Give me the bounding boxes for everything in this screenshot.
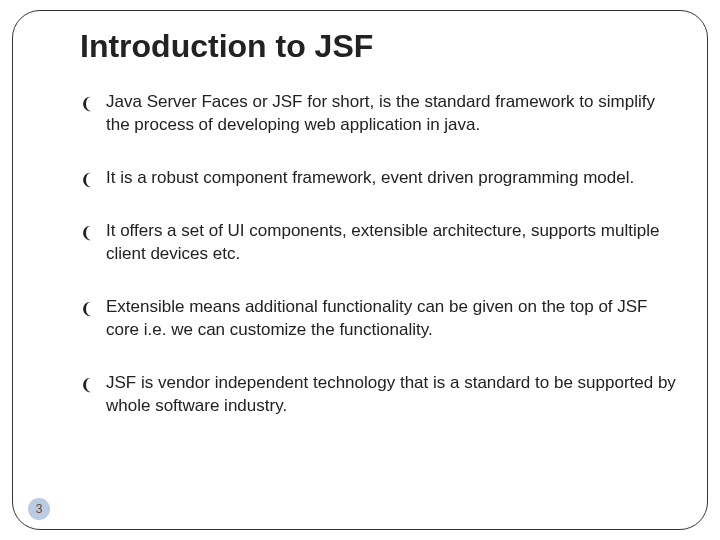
list-item: ❨ Extensible means additional functional…: [80, 296, 680, 342]
bullet-text: It offers a set of UI components, extens…: [106, 221, 659, 263]
bullet-icon: ❨: [80, 169, 93, 191]
page-number-badge: 3: [28, 498, 50, 520]
bullet-text: It is a robust component framework, even…: [106, 168, 634, 187]
bullet-text: JSF is vendor independent technology tha…: [106, 373, 676, 415]
list-item: ❨ Java Server Faces or JSF for short, is…: [80, 91, 680, 137]
bullet-icon: ❨: [80, 222, 93, 244]
list-item: ❨ It is a robust component framework, ev…: [80, 167, 680, 190]
bullet-text: Java Server Faces or JSF for short, is t…: [106, 92, 655, 134]
page-number: 3: [36, 502, 43, 516]
bullet-icon: ❨: [80, 93, 93, 115]
list-item: ❨ JSF is vendor independent technology t…: [80, 372, 680, 418]
bullet-list: ❨ Java Server Faces or JSF for short, is…: [80, 91, 680, 417]
bullet-icon: ❨: [80, 374, 93, 396]
list-item: ❨ It offers a set of UI components, exte…: [80, 220, 680, 266]
page-title: Introduction to JSF: [80, 28, 680, 65]
slide-content: Introduction to JSF ❨ Java Server Faces …: [80, 28, 680, 447]
bullet-icon: ❨: [80, 298, 93, 320]
slide: Introduction to JSF ❨ Java Server Faces …: [0, 0, 720, 540]
bullet-text: Extensible means additional functionalit…: [106, 297, 648, 339]
